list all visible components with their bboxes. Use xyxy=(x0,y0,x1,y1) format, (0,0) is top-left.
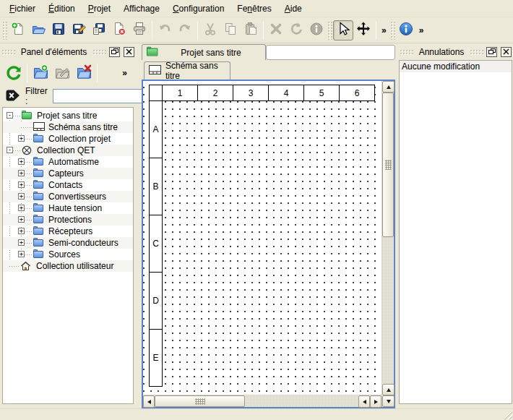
new-project-button[interactable] xyxy=(8,20,28,40)
expand-expander-icon[interactable]: + xyxy=(18,193,25,200)
float-panel-button[interactable] xyxy=(109,47,120,57)
menu-aide[interactable]: Aide xyxy=(278,1,309,16)
collapse-expander-icon[interactable]: - xyxy=(7,147,13,153)
row-header: D xyxy=(149,272,163,330)
vertical-scroll-track[interactable] xyxy=(382,93,394,384)
element-info-button xyxy=(306,20,327,40)
copy-button xyxy=(220,20,241,40)
toolbar-overflow-button[interactable]: » xyxy=(379,25,389,35)
reload-collections-button[interactable] xyxy=(3,62,25,84)
tree-item-protections[interactable]: + Protections xyxy=(3,214,133,226)
tab-schema-sans-titre[interactable]: Schéma sans titre xyxy=(144,61,230,80)
tree-item-sources[interactable]: + Sources xyxy=(3,249,133,260)
collections-tree[interactable]: - Projet sans titre Schéma sans titre + … xyxy=(2,107,134,404)
new-collection-button[interactable] xyxy=(30,62,51,84)
info-blue-icon xyxy=(398,21,414,39)
save-all-button[interactable] xyxy=(89,20,109,40)
toolbar-drag-handle[interactable] xyxy=(327,21,332,40)
schema-view: 1 2 3 4 5 6 A B C D E xyxy=(142,80,395,408)
tree-item-collection-projet[interactable]: + Collection projet xyxy=(3,133,133,145)
menu-affichage[interactable]: Affichage xyxy=(117,1,166,16)
undo-list-item[interactable]: Aucune modification xyxy=(400,61,512,72)
close-panel-button[interactable] xyxy=(501,47,512,57)
folder-icon xyxy=(33,134,45,144)
scroll-left-button[interactable] xyxy=(358,395,370,408)
folder-icon xyxy=(33,157,45,167)
undo-panel-titlebar[interactable]: Annulations xyxy=(400,46,512,59)
expand-expander-icon[interactable]: + xyxy=(18,158,25,165)
toolbar-drag-handle[interactable] xyxy=(390,21,395,40)
float-panel-button[interactable] xyxy=(486,47,497,57)
expand-expander-icon[interactable]: + xyxy=(18,239,25,246)
expand-expander-icon[interactable]: + xyxy=(18,216,25,223)
tree-item-recepteurs[interactable]: + Récepteurs xyxy=(3,226,133,237)
clear-filter-icon[interactable] xyxy=(5,88,20,105)
save-as-button[interactable] xyxy=(69,20,89,40)
tab-projet-sans-titre[interactable]: Projet sans titre xyxy=(142,44,266,60)
element-panel-title: Panel d'éléments xyxy=(18,47,90,57)
left-splitter[interactable] xyxy=(136,43,142,408)
menu-projet[interactable]: Projet xyxy=(82,1,117,16)
scroll-down-button[interactable] xyxy=(382,395,395,407)
tree-item-haute-tension[interactable]: + Haute tension xyxy=(3,202,133,214)
expand-expander-icon[interactable]: + xyxy=(18,205,25,211)
schema-canvas[interactable]: 1 2 3 4 5 6 A B C D E xyxy=(143,81,381,395)
tree-item-schema[interactable]: Schéma sans titre xyxy=(3,121,133,133)
horizontal-scroll-thumb[interactable] xyxy=(155,395,245,407)
close-file-button[interactable] xyxy=(109,20,129,40)
edit-collection-button xyxy=(51,62,73,84)
selection-tool-button[interactable] xyxy=(333,20,353,40)
delete-collection-button[interactable] xyxy=(73,62,95,84)
scroll-left-button[interactable] xyxy=(143,395,155,408)
folder-icon xyxy=(33,168,45,179)
scroll-up-button[interactable] xyxy=(382,384,395,395)
toolbar-separator xyxy=(263,21,264,40)
resize-grip[interactable] xyxy=(503,410,512,419)
expand-expander-icon[interactable]: + xyxy=(18,170,25,176)
move-tool-button[interactable] xyxy=(353,20,374,40)
expand-expander-icon[interactable]: + xyxy=(18,181,25,188)
tabbar-empty-area xyxy=(266,45,395,60)
arrow-down-icon xyxy=(387,400,391,403)
expand-expander-icon[interactable]: + xyxy=(18,228,25,234)
tree-item-contacts[interactable]: + Contacts xyxy=(3,179,133,191)
vertical-scrollbar[interactable] xyxy=(381,81,394,407)
horizontal-scroll-track[interactable] xyxy=(155,395,358,407)
menu-fichier[interactable]: Fichier xyxy=(3,1,42,16)
toolbar-overflow-button[interactable]: » xyxy=(416,25,427,35)
menu-configuration[interactable]: Configuration xyxy=(166,1,230,16)
print-button[interactable] xyxy=(129,20,150,40)
vertical-scroll-thumb[interactable] xyxy=(382,93,394,237)
horizontal-scrollbar[interactable] xyxy=(143,395,381,407)
expand-expander-icon[interactable]: + xyxy=(18,135,25,142)
close-panel-button[interactable] xyxy=(124,47,134,57)
tree-item-automatisme[interactable]: + Automatisme xyxy=(3,156,133,168)
panel-toolbar-overflow-button[interactable]: » xyxy=(119,68,130,78)
open-project-button[interactable] xyxy=(28,20,48,40)
menu-edition[interactable]: Édition xyxy=(42,1,82,16)
menu-fenetres[interactable]: Fenêtres xyxy=(230,1,277,16)
tree-item-semi-conducteurs[interactable]: + Semi-conducteurs xyxy=(3,237,133,249)
paste-icon xyxy=(243,21,259,39)
rotate-button xyxy=(286,20,306,40)
expand-expander-icon[interactable]: + xyxy=(18,251,25,257)
undo-icon xyxy=(157,21,173,39)
scroll-right-button[interactable] xyxy=(370,395,381,408)
undo-history-list[interactable]: Aucune modification xyxy=(399,60,512,404)
save-button[interactable] xyxy=(48,20,69,40)
arrow-left-icon xyxy=(363,400,366,404)
column-header: 2 xyxy=(197,85,233,101)
toolbar-drag-handle[interactable] xyxy=(2,21,7,40)
tree-item-projet[interactable]: - Projet sans titre xyxy=(3,110,133,121)
collapse-expander-icon[interactable]: - xyxy=(7,112,13,119)
tree-item-convertisseurs[interactable]: + Convertisseurs xyxy=(3,191,133,202)
tree-item-collection-qet[interactable]: - Collection QET xyxy=(3,145,133,156)
save-all-icon xyxy=(91,21,107,39)
tree-item-capteurs[interactable]: + Capteurs xyxy=(3,168,133,179)
scroll-up-button[interactable] xyxy=(382,81,395,93)
toolbar-separator xyxy=(152,21,152,40)
diagram-info-button[interactable] xyxy=(396,20,416,40)
element-panel-titlebar[interactable]: Panel d'éléments xyxy=(1,46,134,59)
cut-icon xyxy=(202,21,218,39)
tree-item-collection-utilisateur[interactable]: Collection utilisateur xyxy=(3,260,133,272)
